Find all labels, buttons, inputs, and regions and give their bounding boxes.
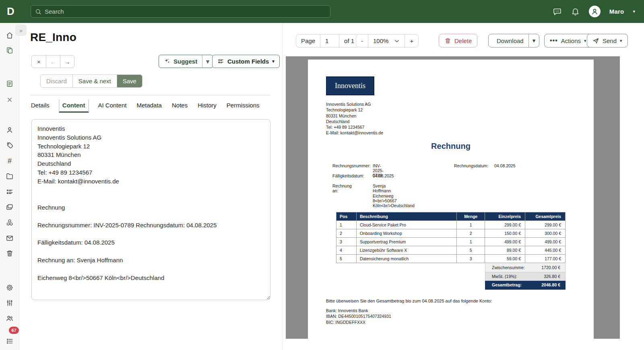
global-search[interactable] <box>31 5 330 18</box>
actions-button[interactable]: ••• Actions ▾ <box>544 34 592 47</box>
cell: 445.00 € <box>525 246 566 255</box>
col-header-quantity: Menge <box>457 212 485 221</box>
sidebar-worklist-icon[interactable] <box>6 337 14 345</box>
save-button[interactable]: Save <box>117 75 142 87</box>
discard-button[interactable]: Discard <box>41 75 72 87</box>
bank-line: BIC: INGDDEFFXXX <box>326 319 391 325</box>
next-document-button[interactable]: → <box>60 56 74 68</box>
person-icon <box>590 7 599 16</box>
tabs-top-divider <box>30 95 270 95</box>
invoice-heading: Rechnung <box>308 142 594 151</box>
save-and-next-button[interactable]: Save & next <box>72 75 117 87</box>
expand-panel-button[interactable]: » <box>15 25 27 36</box>
download-split-button: Download ▾ <box>488 34 539 47</box>
sidebar-tasks-icon[interactable] <box>6 188 14 196</box>
grand-total-label: Gesamtbetrag: <box>492 282 522 287</box>
user-avatar[interactable] <box>589 6 601 17</box>
chevron-down-icon <box>394 38 400 44</box>
tab-permissions[interactable]: Permissions <box>226 99 260 112</box>
user-menu[interactable]: Maro <box>609 8 624 15</box>
sidebar-home-icon[interactable] <box>6 31 14 39</box>
sidebar-hashtag-icon[interactable]: # <box>6 157 14 165</box>
sidebar-users-icon[interactable] <box>6 314 14 322</box>
sidebar-notes-icon[interactable] <box>6 80 14 88</box>
tax-value: 326.80 € <box>544 274 560 279</box>
download-caret-button[interactable]: ▾ <box>528 34 539 47</box>
cell: 2 <box>336 229 357 238</box>
user-menu-caret-icon[interactable]: ▾ <box>633 9 635 14</box>
cell: 299.00 € <box>525 221 566 229</box>
col-header-pos: Pos <box>336 212 357 221</box>
suggest-label: Suggest <box>173 58 197 65</box>
previous-document-button[interactable]: ← <box>46 56 60 68</box>
sender-line: Deutschland <box>326 119 383 124</box>
tab-content[interactable]: Content <box>59 99 89 113</box>
icon-sidebar: # 67 <box>0 23 19 350</box>
table-row: 1 Cloud-Service Paket Pro 1 299.00 € 299… <box>336 221 566 229</box>
sender-line: E-Mail: kontakt@innoventis.de <box>326 130 383 136</box>
grand-total-row: Gesamtbetrag: 2046.80 € <box>485 281 566 290</box>
invoice-totals: Zwischensumme: 1720.00 € MwSt. (19%): 32… <box>485 264 566 290</box>
cell: Cloud-Service Paket Pro <box>356 221 456 229</box>
sidebar-filters-icon[interactable] <box>6 299 14 307</box>
col-header-description: Beschreibung <box>356 212 456 221</box>
zoom-level-dropdown[interactable]: 100% <box>368 35 405 47</box>
cell: 150.00 € <box>485 229 525 238</box>
tab-details[interactable]: Details <box>30 99 50 112</box>
delete-label: Delete <box>454 37 472 44</box>
app-top-bar: D Maro ▾ <box>0 0 644 23</box>
sidebar-windows-icon[interactable] <box>6 203 14 211</box>
tab-notes[interactable]: Notes <box>171 99 188 112</box>
sidebar-settings-gear-icon[interactable] <box>6 284 14 292</box>
sender-line: Tel: +49 89 1234567 <box>326 124 383 130</box>
custom-fields-button[interactable]: Custom Fields ▾ <box>212 55 280 68</box>
sidebar-contacts-icon[interactable] <box>6 126 14 134</box>
sidebar-mail-icon[interactable] <box>6 234 14 242</box>
sidebar-close-icon[interactable] <box>6 96 14 104</box>
payment-note: Bitte überweisen Sie den Gesamtbetrag bi… <box>326 299 492 303</box>
sidebar-tags-icon[interactable] <box>6 142 14 150</box>
sidebar-folders-icon[interactable] <box>6 172 14 180</box>
close-document-button[interactable]: × <box>32 56 46 68</box>
suggest-split-button: Suggest ▾ <box>159 55 213 68</box>
cell: 89.00 € <box>485 246 525 255</box>
actions-caret-icon: ▾ <box>584 39 586 43</box>
tab-metadata[interactable]: Metadata <box>136 99 163 112</box>
send-label: Send <box>603 37 617 44</box>
send-icon <box>592 37 599 44</box>
app-logo[interactable]: D <box>7 5 17 18</box>
page-number-input[interactable] <box>325 37 334 44</box>
search-input[interactable] <box>45 8 326 15</box>
delete-button[interactable]: Delete <box>439 34 477 47</box>
subtotal-row: Zwischensumme: 1720.00 € <box>485 264 566 272</box>
sidebar-trash-icon[interactable] <box>6 249 14 257</box>
cell: 1 <box>336 221 357 229</box>
notifications-bell-icon[interactable] <box>571 7 580 16</box>
cell: 3 <box>457 255 485 263</box>
suggest-caret-button[interactable]: ▾ <box>202 55 213 68</box>
zoom-in-button[interactable]: + <box>405 35 418 47</box>
tab-history[interactable]: History <box>197 99 217 112</box>
send-caret-icon: ▾ <box>620 39 622 43</box>
download-button[interactable]: Download <box>489 34 528 47</box>
cell: 299.00 € <box>485 221 525 229</box>
due-date-value: 04.08.2025 <box>373 173 394 178</box>
sidebar-modules-icon[interactable] <box>6 218 14 226</box>
send-button[interactable]: Send ▾ <box>587 34 628 47</box>
cell: 300.00 € <box>525 229 566 238</box>
content-text-editor[interactable]: Innoventis Innoventis Solutions AG Techn… <box>31 119 270 300</box>
pdf-viewer[interactable]: Innoventis Innoventis Solutions AG Techn… <box>286 56 620 339</box>
subtotal-value: 1720.00 € <box>541 265 560 270</box>
sidebar-documents-icon[interactable] <box>6 46 14 54</box>
zoom-out-button[interactable]: - <box>356 35 368 47</box>
col-header-unit-price: Einzelpreis <box>485 212 525 221</box>
tab-ai-content[interactable]: AI Content <box>97 99 128 112</box>
cell: 4 <box>336 246 357 255</box>
cell: Datensicherung monatlich <box>356 255 456 263</box>
due-date-label: Fälligkeitsdatum: <box>332 173 364 178</box>
suggest-button[interactable]: Suggest <box>159 55 202 68</box>
sender-line: 80331 München <box>326 113 383 119</box>
tax-row: MwSt. (19%): 326.80 € <box>485 272 566 281</box>
cell: 3 <box>336 238 357 246</box>
chat-icon[interactable] <box>553 7 562 16</box>
